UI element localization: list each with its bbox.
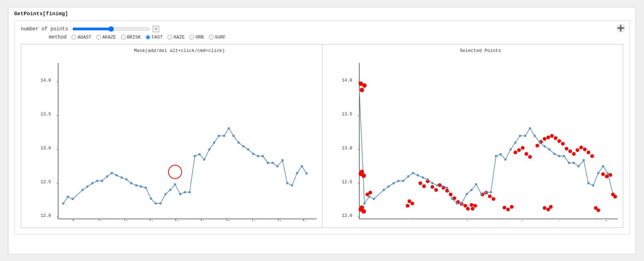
- svg-point-210: [572, 162, 575, 164]
- svg-point-148: [546, 136, 550, 140]
- svg-point-209: [568, 162, 570, 164]
- svg-text:20: 20: [148, 220, 154, 221]
- svg-point-176: [407, 175, 409, 177]
- svg-point-72: [262, 155, 264, 157]
- svg-point-171: [383, 189, 385, 191]
- svg-point-217: [607, 172, 609, 174]
- radio-orb-label: ORB: [195, 35, 203, 40]
- radio-fast[interactable]: FAST: [146, 35, 163, 40]
- svg-point-174: [397, 180, 399, 182]
- svg-point-78: [291, 184, 293, 186]
- svg-point-46: [135, 184, 137, 186]
- slider-plus-button[interactable]: +: [153, 26, 159, 32]
- svg-text:3: 3: [521, 220, 523, 221]
- svg-point-110: [407, 199, 411, 203]
- radio-surf-input[interactable]: [209, 35, 213, 40]
- right-chart-title: Selected Points: [342, 48, 620, 53]
- svg-point-70: [252, 153, 254, 155]
- svg-point-65: [228, 127, 230, 129]
- points-slider[interactable]: [72, 26, 150, 32]
- svg-point-50: [154, 202, 157, 204]
- svg-point-48: [145, 186, 147, 189]
- svg-point-165: [608, 173, 612, 177]
- corner-plus-button[interactable]: ➕: [617, 24, 625, 32]
- svg-point-178: [417, 174, 419, 176]
- svg-point-200: [524, 135, 526, 137]
- svg-text:2: 2: [466, 220, 468, 221]
- svg-point-191: [480, 193, 482, 195]
- svg-point-205: [548, 148, 550, 150]
- svg-point-134: [502, 206, 506, 209]
- svg-point-111: [410, 202, 414, 206]
- svg-point-77: [286, 182, 288, 184]
- svg-point-56: [184, 191, 186, 193]
- svg-text:12.0: 12.0: [342, 213, 352, 218]
- svg-point-177: [412, 172, 414, 174]
- svg-point-164: [605, 174, 608, 178]
- radio-surf-label: SURF: [215, 35, 226, 40]
- svg-point-64: [223, 135, 225, 137]
- method-row: method AGAST AKAZE BRISK FAST: [21, 34, 623, 40]
- radio-surf[interactable]: SURF: [209, 35, 226, 40]
- svg-point-207: [558, 155, 560, 157]
- svg-point-195: [499, 153, 502, 155]
- svg-point-169: [368, 196, 370, 198]
- svg-text:25: 25: [174, 220, 179, 221]
- radio-brisk-label: BRISK: [127, 35, 141, 40]
- svg-point-125: [463, 204, 467, 208]
- radio-brisk-input[interactable]: [121, 35, 126, 40]
- svg-point-193: [490, 191, 492, 193]
- svg-point-109: [359, 205, 364, 210]
- right-selected-points: [358, 81, 617, 213]
- svg-text:30: 30: [200, 220, 205, 221]
- svg-point-67: [238, 142, 240, 144]
- radio-akaze[interactable]: AKAZE: [96, 35, 116, 40]
- radio-orb[interactable]: ORB: [189, 35, 203, 40]
- right-line: [359, 89, 613, 203]
- left-chart-panel: Mask(add/del alt+click/cmd+click) 12.0 1…: [21, 45, 322, 227]
- svg-point-137: [514, 150, 517, 154]
- svg-point-121: [449, 192, 452, 196]
- svg-point-163: [601, 172, 604, 176]
- svg-point-173: [393, 182, 395, 184]
- svg-point-38: [96, 180, 98, 182]
- svg-point-184: [446, 186, 448, 189]
- svg-point-192: [485, 191, 487, 193]
- svg-point-132: [488, 195, 491, 198]
- svg-point-158: [583, 148, 586, 152]
- svg-text:12.5: 12.5: [342, 180, 352, 185]
- svg-point-206: [553, 153, 555, 155]
- radio-agast[interactable]: AGAST: [72, 35, 91, 40]
- svg-point-153: [565, 147, 568, 150]
- svg-text:40: 40: [251, 220, 256, 221]
- radio-fast-input[interactable]: [146, 35, 150, 40]
- svg-point-155: [572, 152, 575, 156]
- radio-akaze-input[interactable]: [96, 35, 101, 40]
- svg-point-182: [436, 184, 438, 186]
- svg-point-141: [528, 155, 531, 159]
- radio-orb-input[interactable]: [189, 35, 194, 40]
- svg-point-58: [194, 155, 196, 157]
- radio-agast-input[interactable]: [72, 35, 76, 40]
- svg-point-179: [421, 176, 424, 178]
- left-chart-svg[interactable]: 12.0 12.5 13.0 13.5 14.0 5 10 15 20 25 3…: [41, 55, 318, 221]
- radio-brisk[interactable]: BRISK: [121, 35, 141, 40]
- svg-point-39: [101, 180, 103, 182]
- svg-point-211: [577, 165, 579, 167]
- svg-point-117: [434, 188, 438, 192]
- svg-text:45: 45: [276, 220, 281, 221]
- left-data-points: [62, 127, 308, 204]
- svg-point-213: [587, 182, 589, 184]
- slider-row: number of points +: [21, 26, 623, 32]
- svg-point-156: [576, 148, 579, 152]
- svg-point-33: [67, 196, 69, 198]
- svg-point-202: [533, 135, 535, 137]
- svg-point-55: [179, 193, 181, 195]
- radio-kaze-input[interactable]: [168, 35, 172, 40]
- svg-point-129: [470, 207, 474, 211]
- svg-text:10: 10: [97, 220, 103, 221]
- svg-point-135: [506, 208, 510, 212]
- right-chart-svg[interactable]: 12.0 12.5 13.0 13.5 14.0 1 2 3 4 5: [342, 55, 620, 221]
- mask-circle-marker[interactable]: [169, 165, 182, 179]
- radio-kaze[interactable]: KAZE: [168, 35, 184, 40]
